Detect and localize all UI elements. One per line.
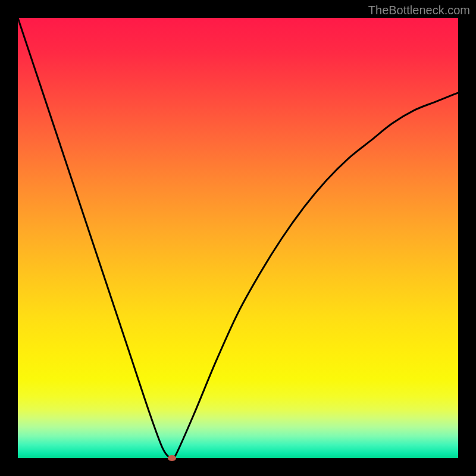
curve-svg — [18, 18, 458, 458]
watermark-text: TheBottleneck.com — [368, 4, 470, 17]
bottleneck-curve-path — [18, 18, 458, 458]
chart-plot-area — [18, 18, 458, 458]
optimal-point-marker — [168, 455, 176, 461]
